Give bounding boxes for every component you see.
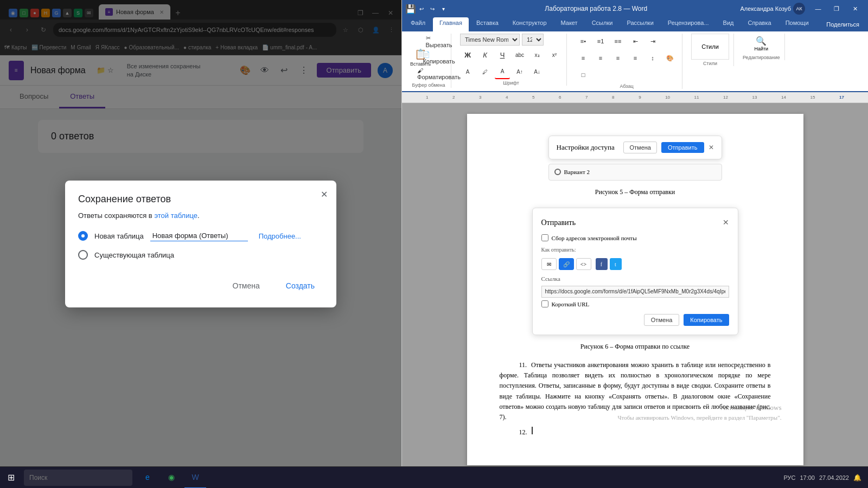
shading-btn[interactable]: 🎨: [662, 50, 678, 66]
find-btn[interactable]: 🔍 Найти: [752, 34, 770, 54]
cancel-button[interactable]: Отмена: [224, 277, 269, 294]
word-more-icon[interactable]: ▾: [439, 4, 448, 13]
taskbar-search[interactable]: [24, 470, 132, 486]
ribbon-tab-file[interactable]: Файл: [404, 17, 432, 31]
numbering-btn[interactable]: ≡1: [593, 34, 608, 49]
new-table-option[interactable]: Новая таблица Подробнее...: [78, 230, 323, 241]
short-url-checkbox[interactable]: [541, 300, 548, 307]
new-table-label: Новая таблица: [94, 232, 144, 240]
align-right-btn[interactable]: ≡: [610, 50, 626, 66]
ribbon-tab-home[interactable]: Главная: [433, 17, 469, 31]
justify-btn[interactable]: ≡: [628, 50, 643, 66]
font-label: Шрифт: [503, 80, 519, 86]
taskbar-keyboard-indicator[interactable]: РУС: [783, 474, 795, 481]
details-link[interactable]: Подробнее...: [259, 232, 301, 240]
font-size-down-btn[interactable]: A↓: [529, 64, 545, 79]
format-painter-btn[interactable]: 🖌 Форматировать: [431, 66, 446, 81]
list-row: ≡• ≡1 ≡≡ ⇤ ⇥: [576, 34, 678, 49]
ribbon-tab-help[interactable]: Справка: [741, 17, 777, 31]
send-tab-embed[interactable]: <>: [576, 258, 591, 270]
access-close-icon[interactable]: ✕: [709, 143, 714, 152]
access-cancel-btn[interactable]: Отмена: [623, 142, 656, 153]
word-redo-icon[interactable]: ↪: [428, 4, 437, 13]
access-send-btn[interactable]: Отправить: [661, 142, 704, 153]
existing-table-option[interactable]: Существующая таблица: [78, 250, 323, 260]
decrease-indent-btn[interactable]: ⇤: [628, 34, 643, 49]
ribbon-tab-refs[interactable]: Ссылки: [585, 17, 620, 31]
collect-emails-checkbox[interactable]: [541, 234, 548, 241]
copy-btn[interactable]: 📄 Копировать: [431, 50, 446, 65]
clipboard-right: ✂ Вырезать 📄 Копировать 🖌 Форматировать: [431, 34, 446, 81]
font-size-up-btn[interactable]: A↑: [512, 64, 527, 79]
start-btn[interactable]: ⊞: [0, 467, 22, 489]
italic-btn[interactable]: К: [477, 47, 493, 62]
ribbon-tab-assistance[interactable]: Помощи: [779, 17, 815, 31]
radio-existing-table[interactable]: [78, 250, 88, 260]
taskbar-app-word[interactable]: W: [184, 467, 206, 489]
new-table-name-input[interactable]: [150, 230, 248, 241]
editing-label: Редактирование: [743, 55, 780, 60]
font-color-btn[interactable]: A: [495, 64, 510, 79]
bold-btn[interactable]: Ж: [460, 47, 475, 62]
send-link-input[interactable]: [541, 286, 729, 298]
ribbon-group-styles: Стили Стили: [687, 34, 734, 66]
align-row: ≡ ≡ ≡ ≡ ↕ 🎨: [576, 50, 678, 66]
create-button[interactable]: Создать: [277, 277, 323, 294]
send-link-section: Ссылка Короткий URL: [541, 274, 729, 309]
user-avatar-word[interactable]: АК: [793, 3, 805, 15]
text-effects-btn[interactable]: A: [460, 64, 475, 79]
notification-icon[interactable]: 🔔: [853, 474, 861, 481]
word-close-btn[interactable]: ✕: [846, 0, 864, 17]
send-close-icon[interactable]: ✕: [723, 217, 729, 228]
ribbon-tab-insert[interactable]: Вставка: [470, 17, 505, 31]
send-cancel-btn[interactable]: Отмена: [644, 314, 679, 326]
font-name-select[interactable]: Times New Roman: [460, 34, 520, 46]
word-doc-area[interactable]: Настройки доступа Отмена Отправить ✕ Вар…: [402, 103, 868, 476]
taskbar-app-chrome[interactable]: ◉: [161, 467, 182, 489]
ribbon-tab-layout[interactable]: Макет: [554, 17, 584, 31]
access-dialog: Настройки доступа Отмена Отправить ✕: [548, 136, 722, 159]
this-table-link[interactable]: этой таблице: [154, 211, 197, 220]
word-minimize-btn[interactable]: —: [809, 0, 827, 17]
ribbon-tab-mail[interactable]: Рассылки: [620, 17, 660, 31]
word-restore-btn[interactable]: ❐: [828, 0, 845, 17]
taskbar: ⊞ e ◉ W РУС 17:00 27.04.2022 🔔: [0, 466, 868, 488]
facebook-btn[interactable]: f: [596, 258, 608, 270]
superscript-btn[interactable]: x²: [547, 47, 562, 62]
share-btn[interactable]: Поделиться: [820, 17, 866, 31]
font-format-row: Ж К Ч abc x₂ x²: [460, 47, 562, 62]
subscript-btn[interactable]: x₂: [529, 47, 545, 62]
underline-btn[interactable]: Ч: [495, 47, 510, 62]
highlight-btn[interactable]: 🖊: [477, 64, 493, 79]
bullets-btn[interactable]: ≡•: [576, 34, 591, 49]
ribbon-tab-review[interactable]: Рецензирова...: [661, 17, 716, 31]
dialog-close-btn[interactable]: ✕: [321, 189, 328, 200]
twitter-btn[interactable]: t: [610, 258, 622, 270]
multilevel-btn[interactable]: ≡≡: [610, 34, 626, 49]
send-tab-link[interactable]: 🔗: [559, 258, 574, 270]
borders-btn[interactable]: □: [576, 67, 591, 82]
variant2-radio[interactable]: [554, 169, 561, 175]
radio-new-table[interactable]: [78, 231, 88, 241]
ribbon-tab-view[interactable]: Вид: [717, 17, 741, 31]
send-copy-btn[interactable]: Копировать: [684, 314, 729, 326]
ribbon-group-editing: 🔍 Найти Редактирование: [738, 34, 785, 60]
strikethrough-btn[interactable]: abc: [512, 47, 527, 62]
increase-indent-btn[interactable]: ⇥: [645, 34, 660, 49]
dialog-subtitle: Ответы сохраняются в этой таблице.: [78, 211, 323, 220]
styles-gallery[interactable]: Стили: [691, 34, 729, 60]
align-center-btn[interactable]: ≡: [593, 50, 608, 66]
font-size-select[interactable]: 12: [522, 34, 544, 46]
word-undo-icon[interactable]: ↩: [417, 4, 426, 13]
short-url-label: Короткий URL: [552, 300, 590, 309]
cut-btn[interactable]: ✂ Вырезать: [431, 34, 446, 49]
send-tab-email[interactable]: ✉: [541, 258, 557, 270]
taskbar-app-edge[interactable]: e: [137, 467, 158, 489]
activate-windows: Активация Windows Чтобы активировать Win…: [617, 402, 781, 422]
send-tabs: ✉ 🔗 <> f t: [541, 258, 729, 270]
word-save-icon[interactable]: 💾: [406, 4, 415, 13]
dialog-overlay: ✕ Сохранение ответов Ответы сохраняются …: [0, 0, 401, 488]
align-left-btn[interactable]: ≡: [576, 50, 591, 66]
line-spacing-btn[interactable]: ↕: [645, 50, 660, 66]
ribbon-tab-design[interactable]: Конструктор: [506, 17, 553, 31]
